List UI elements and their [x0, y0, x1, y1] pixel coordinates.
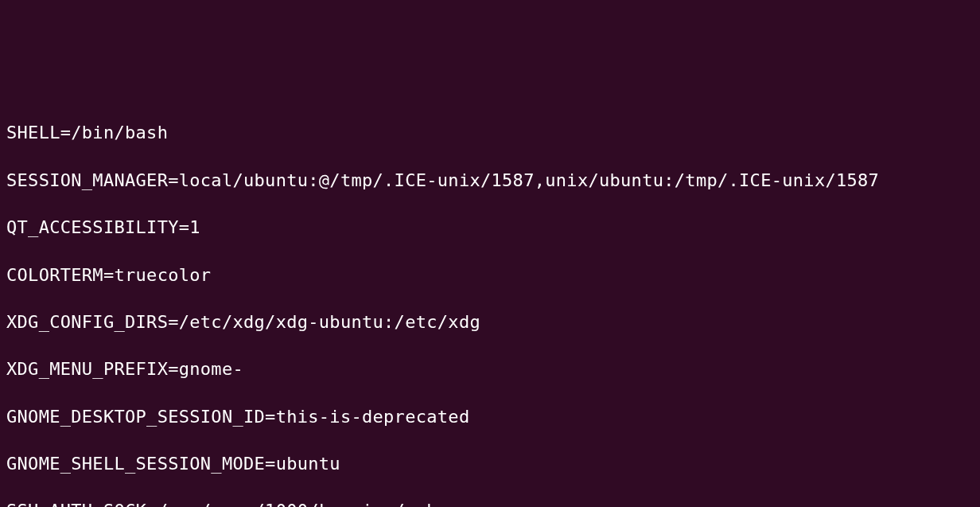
- terminal-output[interactable]: SHELL=/bin/bash SESSION_MANAGER=local/ub…: [6, 98, 974, 507]
- env-line: QT_ACCESSIBILITY=1: [6, 216, 974, 240]
- env-line: SHELL=/bin/bash: [6, 121, 974, 145]
- env-line: SSH_AUTH_SOCK=/run/user/1000/keyring/ssh: [6, 499, 974, 507]
- env-line: GNOME_DESKTOP_SESSION_ID=this-is-depreca…: [6, 405, 974, 429]
- env-line: GNOME_SHELL_SESSION_MODE=ubuntu: [6, 452, 974, 476]
- env-line: COLORTERM=truecolor: [6, 263, 974, 287]
- env-line: XDG_CONFIG_DIRS=/etc/xdg/xdg-ubuntu:/etc…: [6, 310, 974, 334]
- env-line: XDG_MENU_PREFIX=gnome-: [6, 357, 974, 381]
- env-line: SESSION_MANAGER=local/ubuntu:@/tmp/.ICE-…: [6, 169, 974, 193]
